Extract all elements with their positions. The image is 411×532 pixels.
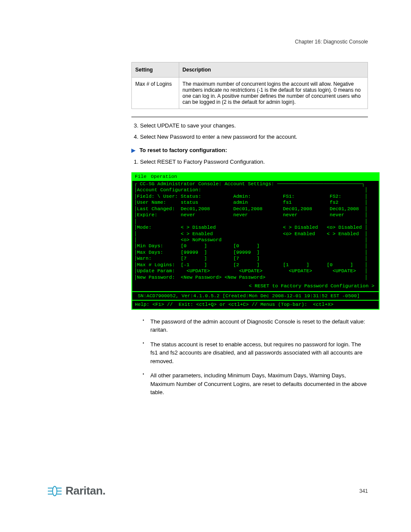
terminal-menubar: FileOperation [132, 173, 379, 180]
procedure-heading: ▶ To reset to factory configuration: [131, 147, 368, 153]
logo-icon [47, 485, 62, 497]
step-list-top: Select UPDATE to save your changes. Sele… [140, 121, 368, 141]
procedure-title: To reset to factory configuration: [140, 147, 227, 153]
menu-file[interactable]: File [135, 174, 146, 179]
bullet-item: The status account is reset to enable ac… [143, 340, 368, 366]
table-row: Max # of Logins The maximum number of co… [132, 78, 368, 109]
settings-table: Setting Description Max # of Logins The … [131, 62, 368, 109]
terminal-help: Help: <F1> // Exit: <ctl+Q> or <ctl+C> /… [132, 300, 379, 308]
term-line: │Min Days: [0 ] [0 ] │ [134, 243, 377, 249]
term-line: │ <o> NoPassword │ [134, 237, 377, 243]
term-line: │Update Param: <UPDATE> <UPDATE> <UPDATE… [134, 268, 377, 274]
term-line: │User Name: status admin fs1 fs2 │ [134, 199, 377, 205]
term-line: │ │ [134, 218, 377, 224]
arrow-icon: ▶ [131, 147, 135, 153]
bullet-item: All other parameters, including Minimum … [143, 371, 368, 397]
term-line: │Max # Logins: [-1 ] [2 ] [1 ] [0 ] │ [134, 262, 377, 268]
term-line: │Warn: [7 ] [7 ] │ [134, 255, 377, 261]
cell-description: The maximum number of concurrent logins … [179, 78, 367, 109]
term-line: │Expire: never never never never │ [134, 212, 377, 218]
proc-step-1: Select RESET to Factory Password Configu… [140, 158, 368, 166]
page-number: 341 [359, 488, 368, 494]
term-line: │Field: \ User: Status: Admin: FS1: FS2:… [134, 193, 377, 199]
term-line: │Last Changed: Dec01,2008 Dec01,2008 Dec… [134, 206, 377, 212]
th-description: Description [179, 62, 367, 78]
redacted-line [131, 117, 368, 117]
menu-operation[interactable]: Operation [151, 174, 177, 179]
term-line: │Account Configuration: │ [134, 187, 377, 193]
terminal-footer: SN:ACD7900052, Ver:4.1.0.5.2 [Created:Mo… [132, 291, 379, 300]
logo-text: Raritan. [65, 484, 106, 498]
step-list-proc: Select RESET to Factory Password Configu… [140, 158, 368, 166]
step-3: Select UPDATE to save your changes. [140, 121, 368, 130]
cell-setting: Max # of Logins [132, 78, 179, 109]
svg-point-0 [53, 486, 57, 496]
reset-button[interactable]: < RESET to Factory Password Configuratio… [134, 280, 377, 291]
term-line: │New Password: <New Password> <New Passw… [134, 274, 377, 280]
term-line: │ < > Enabled <o> Enabled < > Enabled │ [134, 231, 377, 237]
chapter-heading: Chapter 16: Diagnostic Console [58, 39, 368, 45]
terminal-screenshot: FileOperation ┌ CC-SG Administrator Cons… [131, 172, 380, 310]
logo: Raritan. [47, 484, 106, 498]
step-4: Select New Password to enter a new passw… [140, 133, 368, 141]
term-line: │Mode: < > Disabled < > Disabled <o> Dis… [134, 224, 377, 230]
bullet-list: The password of the admin account of Dia… [143, 317, 368, 397]
term-line: │Max Days: [99999 ] [99999 ] │ [134, 249, 377, 255]
term-title: ┌ CC-SG Administrator Console: Account S… [134, 181, 377, 187]
bullet-item: The password of the admin account of Dia… [143, 317, 368, 334]
th-setting: Setting [132, 62, 179, 78]
